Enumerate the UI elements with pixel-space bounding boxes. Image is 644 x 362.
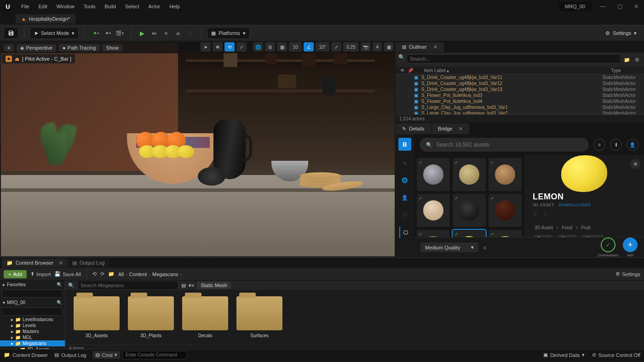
path-segment[interactable]: Content <box>129 272 147 277</box>
menu-file[interactable]: File <box>17 2 34 11</box>
angle-snap[interactable]: ∠ <box>304 42 314 51</box>
path-segment[interactable]: All <box>118 272 124 277</box>
menu-help[interactable]: Help <box>165 2 184 11</box>
tree-search-input[interactable] <box>2 289 63 298</box>
menu-tools[interactable]: Tools <box>79 2 100 11</box>
tag[interactable]: Kitchen <box>581 235 605 237</box>
asset-thumb[interactable]: ✓ <box>453 194 486 227</box>
item-label-col[interactable]: Item Label ▴ <box>424 68 449 73</box>
tree-item[interactable]: ▸📁Levels <box>0 322 65 328</box>
asset-thumb[interactable]: ✓ <box>453 158 486 191</box>
outliner-search-input[interactable] <box>407 54 621 63</box>
gear-icon[interactable]: ⚙ <box>633 54 641 65</box>
project-section[interactable]: ▾ MRQ_00🔍 <box>0 299 65 306</box>
tree-item[interactable]: ▸📁MDL <box>0 334 65 340</box>
tree-item[interactable]: ▸📁Megascans <box>0 340 65 346</box>
menu-build[interactable]: Build <box>100 2 121 11</box>
maximize-button[interactable]: ▢ <box>615 3 625 10</box>
asset-thumb[interactable]: ✓ <box>417 230 450 237</box>
coord-system[interactable]: 🌐 <box>253 42 263 51</box>
close-icon[interactable]: ✕ <box>433 44 437 50</box>
viewport-layout[interactable]: ▦ <box>384 42 394 51</box>
visibility-col[interactable]: 👁 <box>400 68 405 73</box>
breadcrumb-item[interactable]: Food <box>562 225 572 230</box>
tree-item[interactable]: ▸📁Masters <box>0 328 65 334</box>
menu-edit[interactable]: Edit <box>34 2 52 11</box>
camera-speed-value[interactable]: 4 <box>373 42 382 51</box>
favorite-button[interactable]: ♡ <box>533 211 537 217</box>
asset-breadcrumb[interactable]: 3D Asset›Food›Fruit <box>533 225 636 230</box>
stop-button[interactable]: ■ <box>161 28 172 39</box>
history-back[interactable]: ⟲ <box>92 271 97 277</box>
camera-speed[interactable]: 📷 <box>361 42 371 51</box>
tree-search-input-2[interactable] <box>2 307 63 316</box>
scale-snap-value[interactable]: 0.25 <box>343 42 359 51</box>
close-icon[interactable]: ✕ <box>459 126 463 132</box>
folder-surfaces[interactable]: Surfaces <box>236 296 282 338</box>
angle-snap-value[interactable]: 10° <box>316 42 329 51</box>
close-icon[interactable]: ✕ <box>59 260 63 266</box>
bridge-logo[interactable]: B <box>398 138 411 151</box>
path-breadcrumb[interactable]: All›Content›Megascans› <box>118 272 182 277</box>
folder-3d_assets[interactable]: 3D_Assets <box>74 296 120 338</box>
folder-3d_plants[interactable]: 3D_Plants <box>128 296 174 338</box>
nav-globe[interactable]: 🌐 <box>399 175 410 186</box>
nav-local[interactable]: 🖵 <box>399 227 410 238</box>
details-tab[interactable]: ✎ Details <box>396 123 431 134</box>
view-mode-dropdown[interactable]: ● Path Tracing <box>59 44 99 51</box>
tag[interactable]: Fresh <box>533 235 554 237</box>
translate-tool[interactable]: ✥ <box>213 42 223 51</box>
close-detail-button[interactable]: ✕ <box>630 159 640 169</box>
asset-preview[interactable] <box>524 155 644 192</box>
asset-thumb[interactable]: ✓ <box>453 230 486 237</box>
outliner-row[interactable]: ▣S_Drink_Coaster_ug4lfjkjw_lod3_Var12Sta… <box>396 80 644 86</box>
3d-viewport[interactable] <box>1 42 395 256</box>
eject-button[interactable]: ⏏ <box>172 28 184 39</box>
breadcrumb-item[interactable]: 3D Asset <box>535 225 553 230</box>
outliner-row[interactable]: ▣S_Drink_Coaster_ug4lfjkjw_lod3_Var13Sta… <box>396 86 644 92</box>
settings-dropdown[interactable]: ⚙ Settings ▾ <box>602 27 640 39</box>
bridge-search[interactable]: 🔍 <box>420 138 589 152</box>
filter-dropdown[interactable]: ▾≡ <box>189 283 194 288</box>
tree-item[interactable]: ▸📁LevelInstances <box>0 317 65 322</box>
select-tool[interactable]: ➤ <box>201 42 211 51</box>
user-chip[interactable]: MRQ_00 <box>558 2 592 11</box>
quality-dropdown[interactable]: Medium Quality ▾ <box>420 243 478 252</box>
export-settings[interactable]: ≡ <box>483 245 486 250</box>
outliner-row[interactable]: ▣S_Flower_Pot_tlulehkva_lod4StaticMeshAc… <box>396 98 644 104</box>
outliner-tab[interactable]: ⊞ Outliner ✕ <box>396 42 444 52</box>
menu-actor[interactable]: Actor <box>144 2 165 11</box>
downloaded-button[interactable]: ✓ <box>601 238 615 252</box>
cmd-dropdown[interactable]: ▤ Cmd ▾ <box>92 351 120 359</box>
select-mode-dropdown[interactable]: ➤ Select Mode ▾ <box>30 27 79 39</box>
perspective-dropdown[interactable]: ◈ Perspective <box>17 44 56 52</box>
nav-favorites[interactable]: ♡ <box>399 209 410 221</box>
surface-snap[interactable]: ⊞ <box>265 42 275 51</box>
asset-thumb[interactable]: ✓ <box>489 158 522 191</box>
minimize-button[interactable]: — <box>598 3 608 10</box>
add-content-button[interactable]: ✦▾ <box>90 28 101 39</box>
asset-thumb[interactable]: ✓ <box>417 158 450 191</box>
folder-icon[interactable]: 📁 <box>108 271 115 277</box>
import-button[interactable]: ⬆ Import <box>30 271 51 277</box>
outliner-row[interactable]: ▣S_Large_Clay_Jug_udtheeava_lod3_Var1Sta… <box>396 104 644 110</box>
outliner-row[interactable]: ▣S_Drink_Coaster_ug4lfjkjw_lod3_Var11Sta… <box>396 74 644 80</box>
nav-home[interactable]: ⌂ <box>399 157 410 168</box>
folder-decals[interactable]: Decals <box>182 296 228 338</box>
output-log-tab[interactable]: ▤ Output Log <box>68 259 109 267</box>
filter-button[interactable]: ≡ <box>593 139 605 151</box>
more-button[interactable]: ⋮ <box>543 211 548 217</box>
filter-toggle[interactable]: ▤ <box>181 283 186 288</box>
path-segment[interactable]: Megascans <box>152 272 178 277</box>
menu-window[interactable]: Window <box>52 2 79 11</box>
grid-snap[interactable]: ▦ <box>277 42 287 51</box>
project-tab[interactable]: ▲ HospitalityDesign* <box>16 14 75 23</box>
breadcrumb-item[interactable]: Fruit <box>581 225 591 230</box>
outliner-row[interactable]: ▣S_Flower_Pot_tlulehkva_lod3StaticMeshAc… <box>396 92 644 98</box>
download-button[interactable]: ⬇ <box>610 139 622 151</box>
eject-icon[interactable]: ⏏ <box>15 56 19 62</box>
play-button[interactable]: ▶ <box>137 28 148 39</box>
marketplace-button[interactable]: ✦▾ <box>102 28 113 39</box>
asset-thumb[interactable]: ✓ <box>489 230 522 237</box>
save-button[interactable] <box>4 27 18 39</box>
